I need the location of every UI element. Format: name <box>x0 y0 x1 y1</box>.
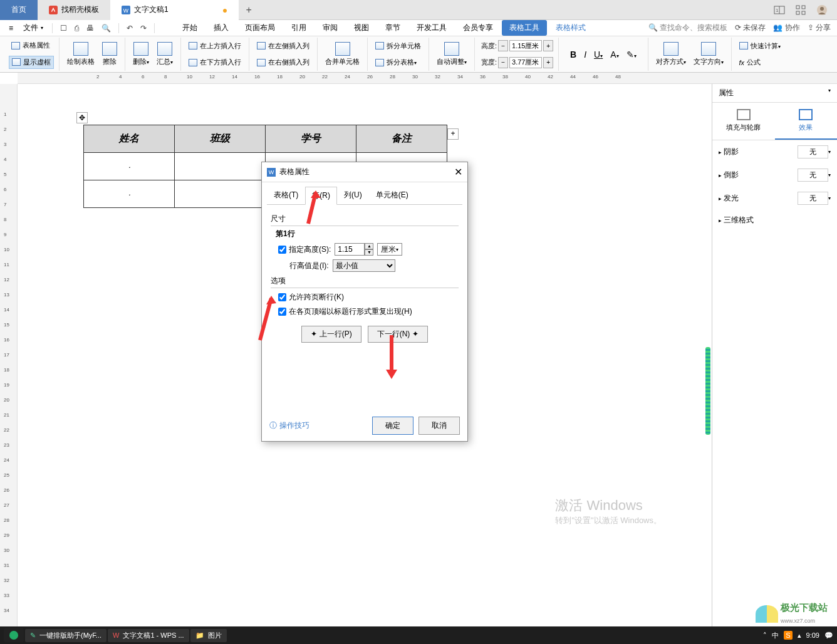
print-preview-icon[interactable]: ⎙ <box>72 24 81 33</box>
menu-tab-view[interactable]: 视图 <box>346 20 377 36</box>
height-unit-dropdown[interactable]: 厘米▾ <box>377 243 402 256</box>
width-plus[interactable]: + <box>543 57 553 68</box>
undo-icon[interactable]: ↶ <box>124 24 135 33</box>
insert-row-below-button[interactable]: 在下方插入行 <box>186 56 244 68</box>
height-spin-up[interactable]: ▲ <box>365 243 373 249</box>
save-icon[interactable]: ☐ <box>58 24 70 33</box>
menu-tab-dev[interactable]: 开发工具 <box>409 20 454 36</box>
menu-tab-vip[interactable]: 会员专享 <box>455 20 501 36</box>
layout-icon[interactable]: 1 <box>774 4 785 16</box>
summary-button[interactable]: 汇总▾ <box>154 41 175 68</box>
tray-time[interactable]: 9:09 <box>806 631 819 639</box>
panel-row-reflect[interactable]: ▸倒影无▾ <box>712 164 837 187</box>
spec-height-checkbox[interactable]: 指定高度(S): <box>278 244 331 255</box>
eraser-button[interactable]: 擦除 <box>100 41 120 68</box>
taskbar-item-3[interactable]: 📁图片 <box>190 629 227 642</box>
auto-fit-button[interactable]: 自动调整▾ <box>434 41 469 68</box>
prev-row-button[interactable]: ✦ 上一行(P) <box>301 326 361 343</box>
system-tray[interactable]: ˄ 中 S ▴ 9:09 💬 <box>763 631 833 640</box>
taskbar-item-1[interactable]: ✎一键排版助手(MyF... <box>25 629 107 642</box>
split-table-button[interactable]: 拆分表格▾ <box>373 56 424 68</box>
tray-notification-icon[interactable]: 💬 <box>824 631 833 640</box>
avatar-icon[interactable] <box>816 4 828 16</box>
draw-table-button[interactable]: 绘制表格 <box>65 41 97 68</box>
table-add-col-handle[interactable]: + <box>447 128 459 140</box>
dialog-tab-table[interactable]: 表格(T) <box>267 186 305 204</box>
allow-break-checkbox[interactable]: 允许跨页断行(K) <box>278 292 344 303</box>
tray-expand-icon[interactable]: ▴ <box>798 631 801 640</box>
highlight-button[interactable]: ✎▾ <box>625 48 638 61</box>
coop-button[interactable]: 👥 协作 <box>773 23 799 33</box>
menu-tab-start[interactable]: 开始 <box>175 20 205 36</box>
table-move-handle[interactable]: ✥ <box>76 112 88 123</box>
menu-tab-insert[interactable]: 插入 <box>206 20 236 36</box>
preview-icon[interactable]: 🔍 <box>99 24 113 33</box>
menu-tab-layout[interactable]: 页面布局 <box>237 20 283 36</box>
unsaved-button[interactable]: ⟳ 未保存 <box>735 23 766 33</box>
vertical-ruler[interactable]: 1234567891011121314151617181920212223242… <box>0 84 18 626</box>
font-color-button[interactable]: A▾ <box>609 48 620 61</box>
tray-ime-icon[interactable]: 中 <box>772 631 779 640</box>
taskbar-item-2[interactable]: W文字文稿1 - WPS ... <box>108 629 189 642</box>
table-properties-button[interactable]: 表格属性 <box>9 39 54 51</box>
insert-col-right-button[interactable]: 在右侧插入列 <box>254 56 312 68</box>
delete-button[interactable]: 删除▾ <box>130 41 152 68</box>
panel-tab-fill[interactable]: 填充与轮廓 <box>712 103 775 140</box>
ok-button[interactable]: 确定 <box>372 417 413 435</box>
cancel-button[interactable]: 取消 <box>418 417 460 435</box>
tab-home[interactable]: 首页 <box>0 0 38 20</box>
bold-button[interactable]: B <box>569 48 578 61</box>
formula-button[interactable]: fx 公式 <box>737 56 783 68</box>
panel-tab-effects[interactable]: 效果 <box>775 103 838 140</box>
height-plus[interactable]: + <box>543 40 553 51</box>
insert-col-left-button[interactable]: 在左侧插入列 <box>254 40 312 52</box>
height-spin-down[interactable]: ▼ <box>365 249 373 256</box>
menu-tab-tablestyle[interactable]: 表格样式 <box>548 20 593 36</box>
panel-row-3d[interactable]: ▸三维格式 <box>712 210 837 231</box>
menu-tab-chapter[interactable]: 章节 <box>378 20 408 36</box>
height-mode-select[interactable]: 最小值 <box>333 259 395 272</box>
operation-tips-link[interactable]: ⓘ 操作技巧 <box>269 420 309 431</box>
search-input[interactable]: 🔍 查找命令、搜索模板 <box>648 23 727 33</box>
height-input[interactable] <box>509 40 542 51</box>
apps-icon[interactable] <box>795 4 806 16</box>
split-cells-button[interactable]: 拆分单元格 <box>373 40 424 52</box>
next-row-button[interactable]: 下一行(N) ✦ <box>368 326 428 343</box>
th-note[interactable]: 备注 <box>356 125 447 153</box>
redo-icon[interactable]: ↷ <box>138 24 149 33</box>
panel-row-shadow[interactable]: ▸阴影无▾ <box>712 140 837 164</box>
width-input[interactable] <box>509 57 542 68</box>
th-name[interactable]: 姓名 <box>84 125 175 153</box>
tray-sogou-icon[interactable]: S <box>784 631 792 640</box>
fast-calc-button[interactable]: 快速计算▾ <box>737 40 783 52</box>
menu-hamburger[interactable]: ≡ <box>5 23 17 34</box>
menu-tab-tabletools[interactable]: 表格工具 <box>502 20 547 36</box>
th-id[interactable]: 学号 <box>266 125 356 153</box>
dialog-tab-col[interactable]: 列(U) <box>337 186 369 204</box>
text-direction-button[interactable]: 文字方向▾ <box>691 41 726 68</box>
dialog-tab-cell[interactable]: 单元格(E) <box>369 186 415 204</box>
italic-button[interactable]: I <box>583 48 588 61</box>
show-gridlines-button[interactable]: 显示虚框 <box>9 56 54 69</box>
repeat-header-checkbox[interactable]: 在各页顶端以标题行形式重复出现(H) <box>278 306 412 317</box>
new-tab-button[interactable]: + <box>239 4 259 16</box>
tab-active-doc[interactable]: W 文字文稿1 ● <box>110 0 239 20</box>
tray-up-icon[interactable]: ˄ <box>763 631 767 640</box>
dialog-close-button[interactable]: ✕ <box>454 166 462 178</box>
print-icon[interactable]: 🖶 <box>84 24 96 33</box>
tab-template[interactable]: 找稻壳模板 <box>38 0 110 20</box>
horizontal-ruler[interactable]: 2468101214161820222426283032343638404244… <box>18 73 837 84</box>
alignment-button[interactable]: 对齐方式▾ <box>653 41 689 68</box>
menu-tab-review[interactable]: 审阅 <box>315 20 345 36</box>
height-minus[interactable]: − <box>498 40 508 51</box>
insert-row-above-button[interactable]: 在上方插入行 <box>186 40 244 52</box>
share-button[interactable]: ⇪ 分享 <box>808 23 831 33</box>
height-value-input[interactable] <box>335 243 365 256</box>
dialog-tab-row[interactable]: 行(R) <box>305 187 337 205</box>
th-class[interactable]: 班级 <box>175 125 266 153</box>
start-button[interactable] <box>4 628 24 642</box>
panel-row-glow[interactable]: ▸发光无▾ <box>712 187 837 210</box>
underline-button[interactable]: U▾ <box>593 48 604 61</box>
file-menu[interactable]: 文件▾ <box>19 21 47 34</box>
width-minus[interactable]: − <box>498 57 508 68</box>
